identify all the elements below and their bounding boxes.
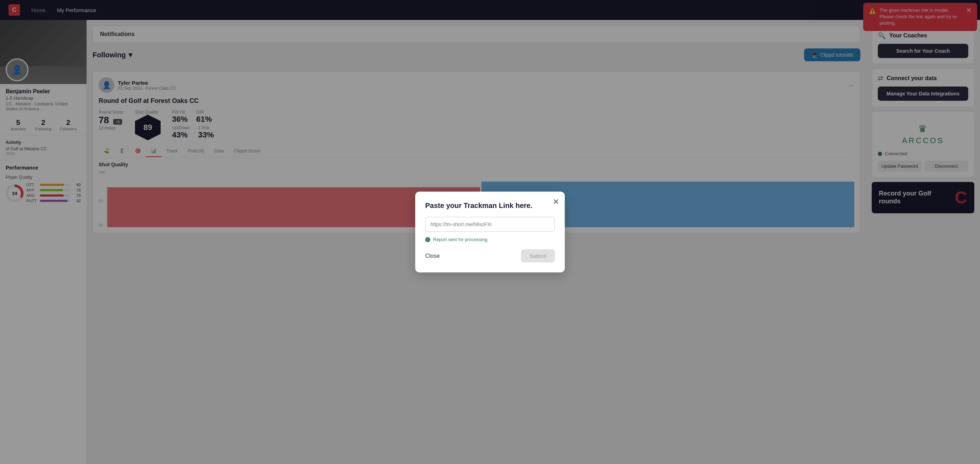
trackman-modal: ✕ Paste your Trackman Link here. ✓ Repor… (415, 192, 565, 272)
modal-overlay[interactable]: ✕ Paste your Trackman Link here. ✓ Repor… (0, 0, 980, 464)
trackman-link-input[interactable] (425, 217, 555, 232)
modal-submit-button[interactable]: Submit (521, 249, 555, 262)
modal-close-button[interactable]: Close (425, 253, 440, 259)
success-icon: ✓ (425, 237, 430, 242)
modal-title: Paste your Trackman Link here. (425, 202, 555, 210)
modal-close-x-button[interactable]: ✕ (553, 197, 559, 207)
modal-success-message: ✓ Report sent for processing (425, 237, 555, 242)
modal-actions: Close Submit (425, 249, 555, 262)
